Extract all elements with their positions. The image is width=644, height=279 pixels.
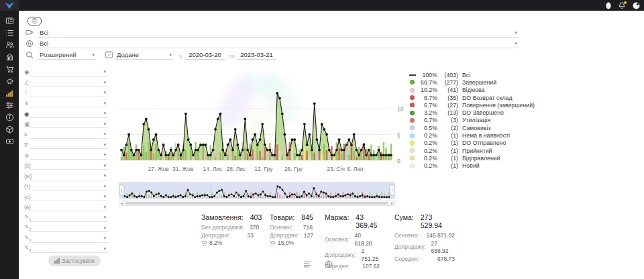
legend-item[interactable]: 0.7%(3)Утилізація xyxy=(409,117,535,124)
filter-row-custom-field-4[interactable]: ✎4▾ xyxy=(19,244,110,255)
sidebar-item-info[interactable] xyxy=(4,113,15,121)
sidebar-item-customers[interactable] xyxy=(4,41,15,49)
list-view-icon[interactable] xyxy=(303,259,311,271)
legend-item[interactable]: 0.2%(1)Новий xyxy=(409,162,535,170)
filter-select[interactable]: ▾ xyxy=(30,193,108,201)
product-view-icon[interactable] xyxy=(325,259,333,271)
chevron-down-icon: ▾ xyxy=(92,52,95,58)
filter-row-custom-field-3[interactable]: ✎3▾ xyxy=(19,233,110,244)
legend-dot-swatch xyxy=(410,156,415,160)
user-icon[interactable] xyxy=(606,2,611,9)
filter-row-fingerprint[interactable]: ◉▾ xyxy=(19,109,110,119)
navigator-right-handle[interactable] xyxy=(390,185,394,195)
summary-sub-label: Допродані: xyxy=(270,232,299,240)
filter-select[interactable]: ▾ xyxy=(30,120,108,128)
search-mode-select[interactable]: Розширений ▾ xyxy=(38,51,96,60)
filter-select[interactable]: ▾ xyxy=(30,224,108,232)
legend-item[interactable]: 100%(403)Всі xyxy=(409,71,535,78)
filter-select[interactable]: ▾ xyxy=(30,141,108,149)
filter-row-token-t[interactable]: {т}▾ xyxy=(19,182,110,192)
chevron-down-icon: ▾ xyxy=(103,184,106,189)
legend-item[interactable]: 0.2%(1)Відправлений xyxy=(409,154,535,162)
filter-select[interactable]: ▾ xyxy=(30,78,108,87)
filter-select[interactable]: ▾ xyxy=(30,89,108,97)
legend-percent: 0.7% xyxy=(416,117,437,123)
chevron-down-icon: ▾ xyxy=(103,205,106,210)
legend-item[interactable]: 0.2%(1)Прийнятий xyxy=(409,147,535,154)
sidebar-item-products[interactable] xyxy=(4,125,15,133)
plan-badge-icon[interactable]: Ⓟ xyxy=(28,17,42,25)
filter-row-custom-field-1[interactable]: ✎1▾ xyxy=(19,213,110,223)
legend-percent: 0.2% xyxy=(416,148,437,154)
sidebar-item-purchases[interactable] xyxy=(4,65,15,73)
filter-row-token-s[interactable]: {s}▾ xyxy=(19,161,110,172)
legend-item[interactable]: 68.7%(277)Завершений xyxy=(409,78,535,86)
filter-select[interactable]: ▾ xyxy=(30,172,108,180)
filter-select[interactable]: ▾ xyxy=(30,110,108,118)
legend-label: Самовивіз xyxy=(462,125,491,131)
date-field-select[interactable]: Додане ▾ xyxy=(115,51,173,60)
filter-row-country[interactable]: ⊕▾ xyxy=(19,67,110,78)
filter-row-hierarchy[interactable]: ⋔▾ xyxy=(19,99,110,109)
legend-item[interactable]: 8.7%(35)DO Возврат склад xyxy=(409,94,535,101)
filter-select[interactable]: ▾ xyxy=(30,203,108,211)
filter-row-help[interactable]: ?▾ xyxy=(19,88,110,99)
filter-select[interactable]: ▾ xyxy=(30,68,108,76)
sidebar-item-marketing[interactable] xyxy=(4,77,15,85)
legend-item[interactable]: 0.2%(1)Нема в наявності xyxy=(409,131,535,139)
legend-item[interactable]: 0.2%(1)DO Отправлено xyxy=(409,140,535,147)
sidebar-item-video-guides[interactable] xyxy=(4,137,15,146)
custom-field-3-icon: ✎3 xyxy=(19,234,30,243)
filter-panel: ⊕▾∠▾?▾⋔▾◉▾▣▾¤▾∇▾⊕▾{s}▾{м}▾{т}▾{с}▾{в}▾✎1… xyxy=(19,67,110,254)
date-to-input[interactable]: 2023-03-21 xyxy=(237,51,276,60)
product-filter-select[interactable]: Всі ▾ xyxy=(38,40,519,48)
legend-item[interactable]: 10.2%(41)Відмова xyxy=(409,87,535,94)
filter-row-ruler[interactable]: ∠▾ xyxy=(19,78,110,89)
chart-scrollbar[interactable]: ◂ ▸ xyxy=(119,201,395,206)
filter-select[interactable]: ▾ xyxy=(30,182,108,190)
main-sidebar xyxy=(0,11,19,279)
sidebar-item-dashboard[interactable] xyxy=(4,17,15,25)
sidebar-item-store[interactable] xyxy=(4,53,15,61)
legend-dot-swatch xyxy=(410,141,415,146)
scroll-right-icon[interactable]: ▸ xyxy=(391,201,393,206)
filter-row-funnel[interactable]: ∇▾ xyxy=(19,140,110,151)
filter-row-money[interactable]: ¤▾ xyxy=(19,129,110,140)
filter-select[interactable]: ▾ xyxy=(30,214,108,222)
app-logo-icon[interactable] xyxy=(0,0,19,11)
filter-select[interactable]: ▾ xyxy=(30,235,108,243)
search-icon[interactable] xyxy=(25,51,34,59)
filter-row-globe[interactable]: ⊕▾ xyxy=(19,150,110,161)
filter-select[interactable]: ▾ xyxy=(30,162,108,170)
product-sphere-icon xyxy=(25,40,34,48)
chart-navigator[interactable] xyxy=(119,182,395,200)
filter-select[interactable]: ▾ xyxy=(30,152,108,160)
filter-row-token-v[interactable]: {в}▾ xyxy=(19,203,110,213)
cart-icon xyxy=(201,241,207,246)
filter-select[interactable]: ▾ xyxy=(30,99,108,107)
filter-select[interactable]: ▾ xyxy=(30,131,108,139)
status-filter-select[interactable]: Всі ▾ xyxy=(38,29,519,38)
sidebar-item-orders[interactable] xyxy=(4,29,15,37)
filter-row-custom-field-2[interactable]: ✎2▾ xyxy=(19,223,110,234)
sidebar-item-analytics[interactable] xyxy=(4,89,15,97)
legend-item[interactable]: 3.2%(13)DO Завершено xyxy=(409,109,535,116)
sidebar-item-integrations[interactable] xyxy=(4,101,15,109)
filter-row-package[interactable]: ▣▾ xyxy=(19,119,110,130)
orders-chart[interactable] xyxy=(119,66,394,164)
legend-percent: 10.2% xyxy=(416,87,437,93)
navigator-left-handle[interactable] xyxy=(119,185,124,195)
apply-button[interactable]: Застосувати xyxy=(48,256,101,266)
scroll-left-icon[interactable]: ◂ xyxy=(121,201,123,206)
scrollbar-thumb[interactable] xyxy=(125,202,388,205)
filter-select[interactable]: ▾ xyxy=(30,245,108,253)
legend-item[interactable]: 0.5%(2)Самовивіз xyxy=(409,124,535,131)
legend-dot-swatch xyxy=(410,133,415,138)
notifications-bell-icon[interactable] xyxy=(619,2,625,9)
filter-row-token-c[interactable]: {с}▾ xyxy=(19,192,110,203)
filter-row-token-m[interactable]: {м}▾ xyxy=(19,171,110,182)
legend-count: (1) xyxy=(437,148,458,154)
legend-item[interactable]: 6.7%(27)Повернення (завершений) xyxy=(409,101,535,109)
account-avatar-icon[interactable] xyxy=(633,2,640,9)
date-from-input[interactable]: 2020-03-20 xyxy=(185,51,225,60)
